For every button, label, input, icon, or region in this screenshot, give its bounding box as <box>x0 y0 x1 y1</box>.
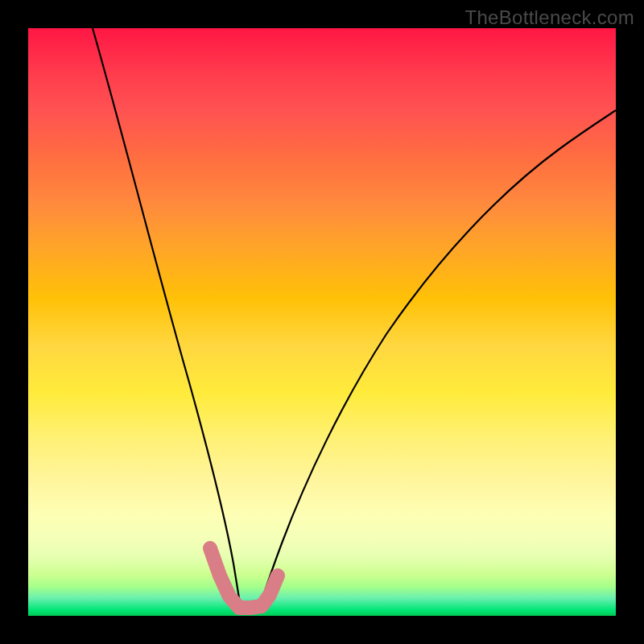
watermark-text: TheBottleneck.com <box>464 6 634 29</box>
plot-area <box>28 28 616 616</box>
chart-svg <box>28 28 616 616</box>
right-curve <box>258 110 616 613</box>
left-curve <box>93 28 242 613</box>
pink-highlight-marker <box>210 548 278 608</box>
chart-container: TheBottleneck.com <box>0 0 644 644</box>
